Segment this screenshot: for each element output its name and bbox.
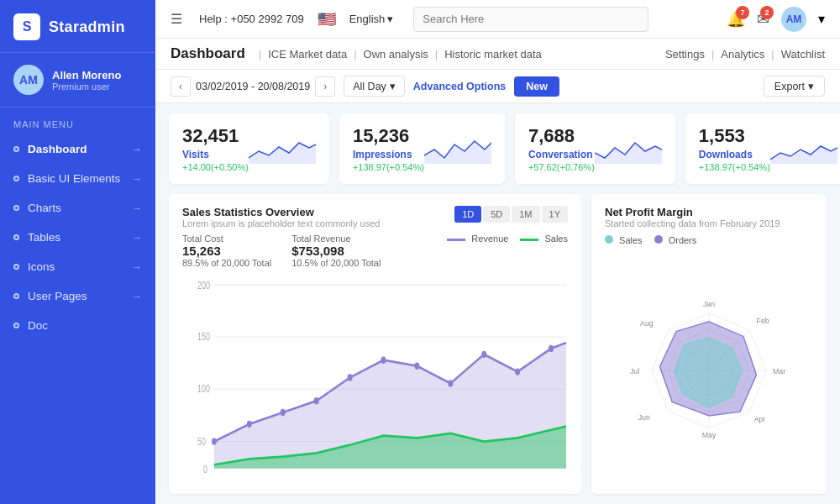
legend-revenue: Revenue — [447, 234, 508, 244]
sidebar-item-label: Basic UI Elements — [28, 172, 120, 185]
stats-row: 32,451 Visits +14.00(+0.50%) 15,236 Impr… — [169, 113, 827, 184]
svg-text:100: 100 — [197, 383, 210, 395]
notification-bell[interactable]: 🔔 7 — [727, 10, 745, 29]
nav-dot — [13, 264, 19, 270]
stat-change: +14.00(+0.50%) — [182, 162, 249, 172]
svg-point-13 — [281, 409, 286, 416]
breadcrumb-item-2[interactable]: Own analysis — [364, 48, 428, 60]
sales-chart-subtitle: Lorem ipsum is placeholder text commonly… — [182, 218, 380, 228]
svg-text:0: 0 — [203, 463, 207, 475]
advanced-options-link[interactable]: Advanced Options — [413, 81, 506, 92]
radar-chart: Jan Feb Mar Apr May Jun Jul Aug — [605, 250, 813, 482]
export-button[interactable]: Export ▾ — [764, 76, 825, 97]
svg-text:May: May — [702, 431, 717, 439]
chart-legend: Revenue Sales — [447, 234, 568, 244]
total-revenue-pct: 10.5% of 20,000 Total — [291, 258, 381, 268]
breadcrumb-item-3[interactable]: Historic market data — [444, 48, 542, 60]
sidebar-item-dashboard[interactable]: Dashboard → — [0, 134, 155, 164]
svg-point-12 — [247, 421, 252, 428]
stat-change: +138.97(+0.54%) — [353, 162, 424, 172]
sidebar-item-basic-ui[interactable]: Basic UI Elements → — [0, 164, 155, 193]
sidebar-logo: S Staradmin — [0, 0, 155, 53]
profit-legend: Sales Orders — [605, 235, 813, 245]
search-input[interactable] — [413, 7, 648, 32]
svg-point-17 — [414, 363, 419, 370]
notification-count: 7 — [736, 6, 749, 19]
legend-orders-item: Orders — [654, 235, 697, 245]
nav-arrow-icon: → — [132, 232, 142, 244]
sparkline-downloads — [770, 134, 837, 164]
stat-card-downloads: 1,553 Downloads +138.97(+0.54%) — [685, 113, 840, 184]
time-tab-1d[interactable]: 1D — [454, 206, 481, 223]
stat-change: +138.97(+0.54%) — [699, 162, 770, 172]
sales-meta: Total Cost 15,263 89.5% of 20,000 Total … — [182, 234, 568, 268]
menu-label: Main Menu — [0, 108, 155, 134]
language-selector[interactable]: English ▾ — [349, 13, 394, 25]
breadcrumb-item-1[interactable]: ICE Market data — [268, 48, 347, 60]
all-day-button[interactable]: All Day ▾ — [344, 76, 405, 97]
stat-card-conversation: 7,688 Conversation +57.62(+0.76%) — [515, 113, 675, 184]
profit-chart-card: Net Profit Margin Started collecting dat… — [591, 194, 827, 494]
profit-chart-title: Net Profit Margin — [605, 206, 813, 218]
user-profile[interactable]: AM Allen Moreno Premium user — [0, 53, 155, 108]
time-tab-5d[interactable]: 5D — [483, 206, 510, 223]
breadcrumb-right: Settings | Analytics | Watchlist — [665, 48, 825, 60]
mail-icon-wrapper[interactable]: ✉ 2 — [757, 10, 769, 29]
language-label: English — [349, 13, 386, 25]
stat-label: Visits — [182, 149, 249, 160]
sales-chart-title: Sales Statistics Overview — [182, 206, 380, 218]
stat-value: 15,236 — [353, 125, 424, 147]
svg-text:Apr: Apr — [754, 414, 766, 423]
sidebar-item-label: Charts — [28, 202, 61, 214]
legend-sales-circle — [605, 235, 613, 244]
nav-dot — [13, 323, 19, 328]
avatar: AM — [13, 65, 44, 95]
legend-orders-circle — [654, 235, 663, 244]
next-date-button[interactable]: › — [315, 76, 335, 97]
total-cost-label: Total Cost — [182, 234, 271, 244]
settings-link[interactable]: Settings — [665, 48, 705, 60]
nav-dot — [13, 176, 19, 181]
svg-text:Feb: Feb — [757, 316, 769, 324]
page-title: Dashboard — [171, 45, 245, 62]
svg-text:Jul: Jul — [630, 367, 639, 375]
breadcrumb-left: Dashboard | ICE Market data | Own analys… — [171, 45, 542, 62]
analytics-link[interactable]: Analytics — [721, 48, 764, 60]
legend-sales: Sales — [520, 234, 568, 244]
svg-point-21 — [549, 345, 554, 352]
time-tab-1m[interactable]: 1M — [512, 206, 539, 223]
sidebar-item-label: User Pages — [28, 290, 87, 302]
stat-label: Conversation — [528, 149, 595, 160]
sidebar-item-user-pages[interactable]: User Pages → — [0, 281, 155, 311]
user-role: Premium user — [52, 81, 121, 92]
sidebar-item-icons[interactable]: Icons → — [0, 252, 155, 281]
legend-revenue-dot — [447, 239, 465, 241]
svg-point-18 — [448, 380, 453, 386]
stat-value: 7,688 — [528, 125, 595, 147]
sidebar-item-doc[interactable]: Doc — [0, 311, 155, 340]
svg-text:Aug: Aug — [640, 318, 654, 327]
nav-dot — [13, 293, 19, 299]
chevron-down-icon: ▾ — [390, 80, 396, 92]
watchlist-link[interactable]: Watchlist — [781, 48, 825, 60]
nav-arrow-icon: → — [132, 202, 142, 214]
user-menu-arrow[interactable]: ▾ — [818, 11, 825, 27]
nav-arrow-icon: → — [132, 173, 142, 185]
sparkline-visits — [249, 134, 316, 164]
logo-icon: S — [13, 13, 40, 40]
menu-icon[interactable]: ☰ — [171, 11, 182, 27]
time-tab-1y[interactable]: 1Y — [542, 206, 568, 223]
date-range: 03/02/2019 - 20/08/2019 — [196, 81, 310, 92]
sidebar-item-tables[interactable]: Tables → — [0, 223, 155, 252]
svg-text:150: 150 — [197, 331, 210, 343]
topbar: ☰ Help : +050 2992 709 🇺🇸 English ▾ 🔔 7 … — [155, 0, 840, 39]
new-button[interactable]: New — [514, 76, 559, 97]
total-cost-pct: 89.5% of 20,000 Total — [182, 258, 271, 268]
breadcrumb-bar: Dashboard | ICE Market data | Own analys… — [155, 39, 840, 70]
sidebar-item-charts[interactable]: Charts → — [0, 193, 155, 223]
sidebar-item-label: Doc — [28, 319, 48, 332]
prev-date-button[interactable]: ‹ — [171, 76, 191, 97]
date-navigation: ‹ 03/02/2019 - 20/08/2019 › — [171, 76, 335, 97]
svg-text:Mar: Mar — [773, 367, 785, 375]
user-avatar-top[interactable]: AM — [781, 7, 806, 32]
